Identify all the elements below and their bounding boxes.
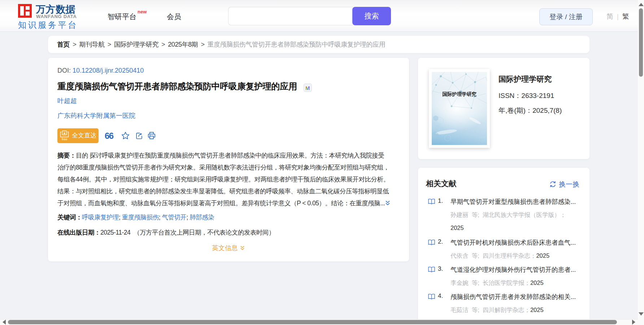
svg-text:free: free <box>62 137 68 141</box>
